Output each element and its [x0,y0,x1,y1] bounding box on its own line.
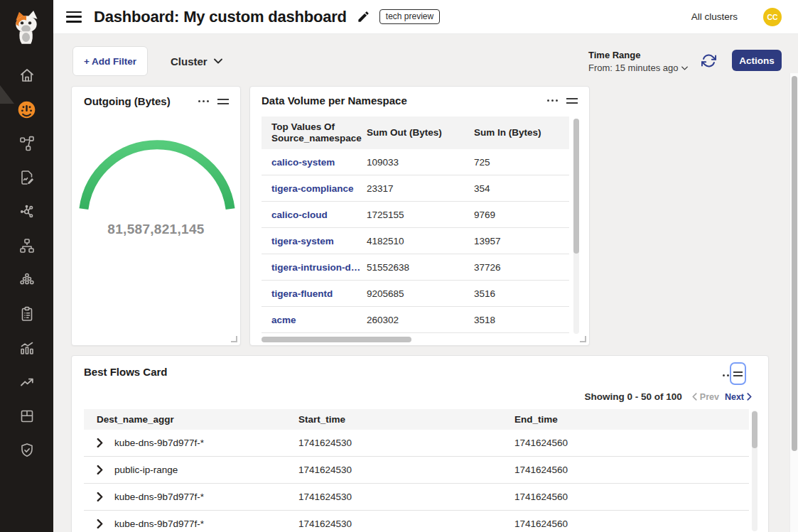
sum-in-value: 3518 [464,315,569,325]
sum-out-value: 9205685 [357,288,464,299]
refresh-button[interactable] [697,49,720,72]
start-time: 1741624530 [298,492,514,502]
table-row: kube-dns-9b7d977f-* 1741624530 174162456… [84,430,749,457]
column-header: Dest_name_aggr [84,414,298,425]
card-resize-handle[interactable] [580,336,586,342]
dashboard-gauge-icon [17,100,36,119]
pencil-icon [357,10,370,23]
nav-dashboard[interactable] [0,92,53,126]
namespace-link[interactable]: acme [271,315,296,325]
nav-clusters[interactable] [0,263,53,297]
nav-service-graph[interactable] [0,195,53,229]
sum-out-value: 109033 [357,157,464,168]
card-title: Outgoing (Bytes) [84,95,171,107]
time-range-dropdown[interactable]: From: 15 minutes ago [588,63,688,73]
add-filter-button[interactable]: + Add Filter [72,46,148,76]
flows-table: Dest_name_aggr Start_time End_time kube-… [84,409,749,532]
namespace-link[interactable]: tigera-intrusion-d… [271,262,360,273]
pagination: Showing 0 - 50 of 100 Prev Next [585,391,752,402]
nav-threat-defense[interactable] [0,433,53,467]
expand-row-chevron[interactable] [97,438,103,447]
table-row: tigera-fluentd 9205685 3516 [261,281,569,307]
cluster-nodes-icon [18,271,36,288]
nav-sitemap[interactable] [0,229,53,263]
calico-logo[interactable] [11,10,42,47]
clipboard-icon [18,305,36,322]
sum-out-value: 4182510 [357,236,464,246]
namespace-link[interactable]: calico-cloud [271,210,328,220]
table-row: kube-dns-9b7d977f-* 1741624530 174162456… [84,484,749,511]
expand-row-chevron[interactable] [97,519,103,528]
page-scrollbar[interactable] [789,73,798,532]
chevron-down-icon [681,66,688,70]
nav-workloads[interactable] [0,399,53,433]
namespace-link[interactable]: tigera-compliance [271,183,354,194]
namespace-link[interactable]: tigera-fluentd [271,288,333,299]
sum-in-value: 9769 [464,210,569,220]
scrollbar-thumb[interactable] [752,411,757,448]
cluster-selector[interactable]: All clusters [691,11,738,22]
end-time: 1741624560 [514,438,749,448]
expand-row-chevron[interactable] [97,492,103,501]
table-header-row: Dest_name_aggr Start_time End_time [84,409,749,430]
actions-button[interactable]: Actions [732,50,782,71]
namespace-link[interactable]: tigera-system [271,236,334,246]
table-header-row: Top Values Of Source_namespace Sum Out (… [261,116,569,149]
main-content: + Add Filter Cluster Time Range From: 15… [53,34,798,532]
namespace-link[interactable]: calico-system [271,157,335,168]
scrollbar-thumb[interactable] [261,337,411,342]
shield-check-icon [18,442,36,459]
card-drag-handle-icon [733,369,743,379]
cluster-filter-dropdown[interactable]: Cluster [171,46,222,76]
sum-in-value: 3516 [464,288,569,299]
card-menu-button[interactable] [197,97,210,105]
prev-page-button[interactable]: Prev [692,392,719,402]
chevron-down-icon [214,58,222,64]
nav-statistics[interactable] [0,331,53,365]
best-flows-card: Best Flows Card Showing 0 - 50 of 100 Pr… [71,355,769,532]
card-menu-button[interactable] [546,97,559,104]
nav-policies[interactable] [0,161,53,195]
card-drag-handle-icon[interactable] [217,97,229,107]
nav-home[interactable] [0,58,53,92]
nav-flow-visualizations[interactable] [0,126,53,161]
start-time: 1741624530 [298,519,514,529]
hamburger-menu-icon[interactable] [66,11,82,23]
end-time: 1741624560 [514,492,749,502]
sidebar-nav [0,58,53,467]
table-row: calico-cloud 1725155 9769 [261,202,569,228]
expand-row-chevron[interactable] [97,465,103,474]
tech-preview-badge: tech preview [379,9,440,24]
next-page-button[interactable]: Next [725,392,752,402]
scrollbar-thumb[interactable] [573,119,579,254]
service-graph-icon [18,203,36,220]
table-row: tigera-system 4182510 13957 [261,228,569,254]
table-row: calico-system 109033 725 [261,149,569,175]
card-title: Best Flows Card [84,366,168,378]
horizontal-scrollbar[interactable] [261,337,569,342]
table-row: public-ip-range 1741624530 1741624560 [84,457,749,484]
user-avatar[interactable]: CC [763,8,782,26]
card-drag-handle-selected[interactable] [730,362,746,385]
nav-trends[interactable] [0,365,53,399]
card-drag-handle-icon[interactable] [566,96,578,106]
chevron-left-icon [692,393,697,401]
namespace-table: Top Values Of Source_namespace Sum Out (… [261,116,569,333]
dest-name: kube-dns-9b7d977f-* [114,519,204,529]
flow-tree-icon [18,135,36,152]
end-time: 1741624560 [514,519,749,529]
cluster-filter-label: Cluster [171,55,207,67]
edit-dashboard-button[interactable] [357,10,370,23]
time-range-label: Time Range [588,50,688,60]
top-bar: Dashboard: My custom dashboard tech prev… [53,0,798,34]
scrollbar-thumb[interactable] [792,76,797,451]
table-row: tigera-compliance 23317 354 [261,175,569,202]
vertical-scrollbar[interactable] [752,411,757,531]
card-resize-handle[interactable] [231,336,237,342]
table-row: kube-dns-9b7d977f-* 1741624530 174162456… [84,511,749,532]
end-time: 1741624560 [514,465,749,475]
page-title: Dashboard: My custom dashboard [94,8,347,26]
nav-compliance-reports[interactable] [0,297,53,331]
vertical-scrollbar[interactable] [573,119,579,334]
table-row: acme 260302 3518 [261,307,569,333]
